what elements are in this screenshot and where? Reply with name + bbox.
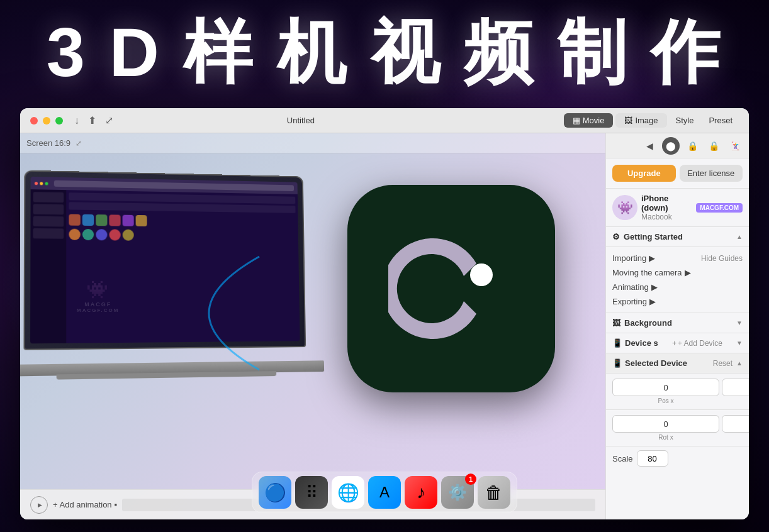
panel-tool-circle[interactable]: ⬤: [662, 137, 680, 155]
pos-x-group: Pos x: [612, 379, 719, 404]
add-device-btn[interactable]: + + Add Device: [672, 339, 722, 348]
svg-point-0: [470, 263, 493, 286]
rot-y-input[interactable]: [722, 415, 749, 433]
exporting-play-icon[interactable]: ▶: [649, 297, 656, 306]
watermark-2: 👾 MACGF.COM: [477, 407, 542, 439]
tab-preset[interactable]: Preset: [702, 113, 739, 128]
icon-grid: [69, 214, 296, 228]
dock-music[interactable]: ♪: [405, 476, 437, 509]
dock-trash[interactable]: 🗑: [478, 476, 510, 509]
traffic-light-red[interactable]: [30, 117, 38, 125]
panel-tool-card[interactable]: 🃏: [726, 137, 744, 155]
dock-preferences[interactable]: ⚙️ 1: [441, 476, 474, 509]
image-icon: 🖼: [624, 116, 632, 125]
getting-started-text: Getting Started: [624, 232, 683, 241]
section-item-camera: Moving the camera ▶: [612, 265, 743, 280]
getting-started-label: ⚙ Getting Started: [612, 232, 683, 241]
avatar: [96, 229, 107, 240]
selected-device-header[interactable]: 📱 Selected Device Reset ▲: [606, 353, 749, 374]
section-item-importing: Importing ▶ Hide Guides: [612, 251, 743, 265]
tab-movie[interactable]: ▦ Movie: [564, 113, 614, 128]
play-button[interactable]: ▶: [30, 496, 48, 514]
upgrade-button[interactable]: Upgrade: [612, 165, 676, 182]
exporting-label: Exporting ▶: [612, 297, 656, 306]
device-info: iPhone (down) Macbook: [641, 194, 692, 221]
laptop-mockup: [20, 170, 337, 416]
panel-tool-lock2[interactable]: 🔒: [705, 137, 722, 155]
animating-label: Animating ▶: [612, 282, 658, 292]
app-icon-box: [123, 215, 134, 226]
avatar-grid: [69, 229, 296, 243]
panel-tool-back[interactable]: ◀: [641, 137, 658, 155]
background-label: 🖼 Background: [612, 318, 672, 328]
play-icon: ▶: [38, 502, 42, 508]
importing-label: Importing ▶: [612, 253, 655, 263]
pos-y-input[interactable]: [722, 379, 749, 396]
devices-text: Device s: [625, 338, 658, 348]
background-text: Background: [624, 318, 672, 328]
enter-license-button[interactable]: Enter license: [680, 165, 743, 182]
position-inputs: Pos x y z: [606, 374, 749, 410]
importing-play-icon[interactable]: ▶: [649, 253, 655, 263]
dock-launchpad[interactable]: ⠿: [295, 476, 328, 509]
camera-play-icon[interactable]: ▶: [685, 268, 691, 277]
getting-started-icon: ⚙: [612, 232, 620, 241]
camera-label: Moving the camera ▶: [612, 268, 691, 277]
selected-device-section: 📱 Selected Device Reset ▲ Pos x: [606, 353, 749, 470]
sidebar-item: [33, 204, 64, 214]
tab-image[interactable]: 🖼 Image: [615, 113, 666, 128]
laptop-screen: [30, 177, 300, 343]
content-row: [69, 202, 295, 213]
app-icon-box: [96, 214, 107, 226]
dock: 🔵 ⠿ 🌐 A ♪ ⚙️ 1 🗑: [252, 472, 517, 513]
getting-started-items: Importing ▶ Hide Guides Moving the camer…: [606, 247, 749, 313]
rot-x-input[interactable]: [612, 415, 719, 433]
screen-label: Screen 16:9: [26, 138, 70, 148]
panel-tool-lock1[interactable]: 🔒: [683, 137, 701, 155]
avatar: [69, 229, 80, 240]
tab-style[interactable]: Style: [670, 113, 700, 128]
hide-guides-btn[interactable]: Hide Guides: [701, 254, 743, 263]
section-item-exporting: Exporting ▶: [612, 294, 743, 309]
panel-toolbar: ◀ ⬤ 🔒 🔒 🃏: [606, 133, 749, 158]
background-section-header[interactable]: 🖼 Background ▼: [606, 313, 749, 333]
preferences-badge: 1: [465, 474, 476, 485]
avatar: [82, 229, 94, 240]
selected-device-icon: 📱: [612, 358, 622, 368]
background-chevron: ▼: [736, 319, 743, 326]
launchpad-icon: ⠿: [306, 483, 318, 502]
pos-x-input[interactable]: [612, 379, 719, 396]
app-icon-box: [136, 215, 147, 226]
trash-icon: 🗑: [485, 482, 503, 503]
app-icon-box: [82, 214, 94, 226]
rot-y-label: y: [722, 434, 749, 441]
pos-x-label: Pos x: [612, 397, 719, 404]
rot-y-group: y: [722, 415, 749, 441]
device-icon: 📱: [612, 338, 622, 348]
window-title: Untitled: [43, 116, 559, 125]
cursor-app-icon: [347, 185, 555, 392]
titlebar: ↓ ⬆ ⤢ Untitled ▦ Movie 🖼 Image Style Pre…: [20, 108, 749, 133]
screen-url-bar: [54, 180, 294, 191]
device-avatar: 👾: [612, 195, 637, 220]
add-animation-btn[interactable]: + Add animation ▪: [53, 500, 117, 509]
devices-row: 📱 Device s + + Add Device ▼: [612, 338, 743, 348]
expand-icon[interactable]: ⤢: [76, 139, 82, 148]
scale-input[interactable]: [637, 450, 668, 467]
dock-finder[interactable]: 🔵: [259, 476, 291, 509]
dock-chrome[interactable]: 🌐: [332, 476, 364, 509]
canvas-toolbar: Screen 16:9 ⤢: [20, 133, 605, 153]
tab-movie-label: Movie: [583, 116, 605, 125]
getting-started-header[interactable]: ⚙ Getting Started ▲: [606, 227, 749, 247]
devices-chevron: ▼: [736, 340, 743, 346]
reset-btn[interactable]: Reset: [713, 359, 733, 368]
canvas-main[interactable]: 👾 MACGF MACGF.COM 👾 MACGF.COM: [20, 153, 605, 489]
add-animation-label: + Add animation: [53, 500, 112, 509]
titlebar-tabs: ▦ Movie 🖼 Image Style Preset: [564, 113, 739, 128]
sidebar-item: [33, 192, 64, 202]
watermark-text-2: MACGF.COM: [477, 429, 542, 439]
music-icon: ♪: [417, 482, 425, 502]
animating-play-icon[interactable]: ▶: [651, 282, 658, 292]
dock-appstore[interactable]: A: [368, 476, 401, 509]
device-badge: MACGF.COM: [696, 203, 743, 213]
